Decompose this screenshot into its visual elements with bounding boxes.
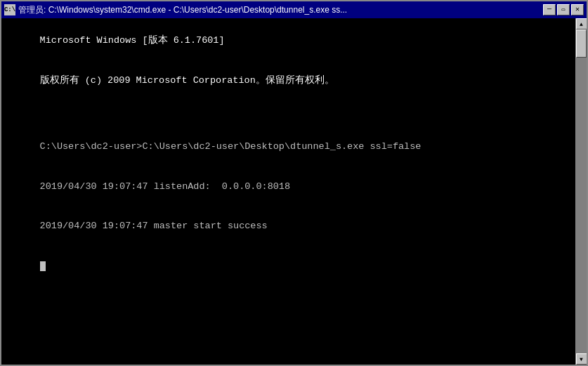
title-bar-buttons: ─ ▭ ✕ <box>543 4 584 15</box>
scrollbar[interactable]: ▲ ▼ <box>575 18 587 365</box>
scrollbar-track[interactable] <box>576 30 587 353</box>
restore-button[interactable]: ▭ <box>557 4 570 15</box>
cmd-icon: C:\ <box>4 4 15 15</box>
console-line-4: 2019/04/30 19:07:47 listenAdd: 0.0.0.0:8… <box>40 181 290 192</box>
scrollbar-thumb[interactable] <box>576 30 587 58</box>
scroll-down-button[interactable]: ▼ <box>576 353 587 365</box>
close-button[interactable]: ✕ <box>571 4 584 15</box>
minimize-button[interactable]: ─ <box>543 4 556 15</box>
title-bar-left: C:\ 管理员: C:\Windows\system32\cmd.exe - C… <box>4 4 347 16</box>
console-line-1: Microsoft Windows [版本 6.1.7601] <box>40 35 225 46</box>
title-bar: C:\ 管理员: C:\Windows\system32\cmd.exe - C… <box>1 1 587 18</box>
console-line-5: 2019/04/30 19:07:47 master start success <box>40 221 268 231</box>
window-title: 管理员: C:\Windows\system32\cmd.exe - C:\Us… <box>18 4 347 16</box>
cursor <box>40 261 46 271</box>
scroll-up-button[interactable]: ▲ <box>576 18 587 30</box>
cmd-window: C:\ 管理员: C:\Windows\system32\cmd.exe - C… <box>0 0 588 366</box>
console-output[interactable]: Microsoft Windows [版本 6.1.7601] 版权所有 (c)… <box>1 18 575 365</box>
console-line-2: 版权所有 (c) 2009 Microsoft Corporation。保留所有… <box>40 75 334 86</box>
console-line-3: C:\Users\dc2-user>C:\Users\dc2-user\Desk… <box>40 141 422 152</box>
console-area: Microsoft Windows [版本 6.1.7601] 版权所有 (c)… <box>1 18 587 365</box>
